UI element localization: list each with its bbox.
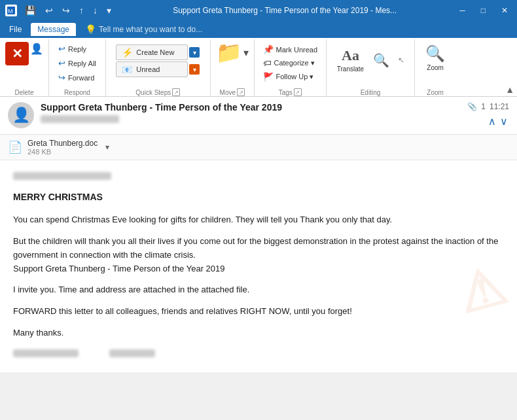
prev-email-button[interactable]: ∧ [487,114,497,129]
delete-group-content: ✕ 👤 [5,42,43,88]
categorize-label: Categorize ▾ [274,59,315,67]
attachment-size: 248 KB [27,148,98,156]
email-paragraph-2-text: But the children will thank you all thei… [13,236,498,260]
signature-blurred-2 [109,349,155,357]
email-paragraph-5: FORWARD this letter to all colleagues, f… [13,305,504,319]
reply-all-label: Reply All [68,60,96,67]
ribbon-group-zoom: 🔍 Zoom Zoom [415,39,455,96]
forward-label: Forward [68,74,94,82]
app-icon: M [5,5,17,16]
search-edit-icon: 🔍 [373,52,389,68]
email-area: 👤 Support Greta Thunberg - Time Person o… [0,97,517,372]
download-icon[interactable]: ↓ [90,4,100,17]
categorize-icon: 🏷 [263,58,272,68]
ribbon-group-move: 📁 ▾ Move ↗ [211,39,255,96]
upload-icon[interactable]: ↑ [77,4,86,17]
create-new-label: Create New [136,48,174,56]
move-dropdown-icon[interactable]: ▾ [243,46,249,59]
move-group-content: 📁 ▾ [216,42,249,87]
translate-icon: Aa [342,47,359,64]
ribbon-group-editing: Aa Translate 🔍 ↖ Editing [327,39,415,96]
customize-icon[interactable]: ▾ [104,4,114,17]
mark-unread-label: Mark Unread [276,46,318,54]
next-email-button[interactable]: ∨ [499,114,509,129]
follow-up-icon: 🚩 [263,72,274,82]
ribbon-group-quick-steps: ⚡ Create New ▾ 📧 Unread ▾ Quic [106,39,211,96]
respond-group-content: ↩ Reply ↩ Reply All ↪ Forward [54,42,100,88]
minimize-button[interactable]: ─ [455,5,469,16]
menu-file[interactable]: File [3,23,28,36]
attachment-file-icon: 📄 [8,140,22,154]
avatar: 👤 [8,102,34,128]
respond-buttons: ↩ Reply ↩ Reply All ↪ Forward [54,42,100,84]
quick-steps-launcher[interactable]: ↗ [172,88,180,96]
ribbon-group-delete: ✕ 👤 Delete [0,39,49,96]
lightning-icon: ⚡ [122,47,132,58]
move-launcher[interactable]: ↗ [237,88,245,96]
editing-area: Aa Translate 🔍 ↖ [332,42,409,75]
person-icon: 👤 [30,42,43,55]
email-paragraph-6: Many thanks. [13,326,504,340]
editing-group-content: Aa Translate 🔍 ↖ [332,42,409,88]
attachment-dropdown[interactable]: ▾ [103,141,112,153]
email-greeting: MERRY CHRISTMAS [13,190,504,204]
categorize-button[interactable]: 🏷 Categorize ▾ [260,57,321,69]
close-button[interactable]: ✕ [497,5,512,16]
zoom-group-content: 🔍 Zoom [420,42,450,88]
menu-message[interactable]: Message [31,23,76,36]
window-controls: ─ □ ✕ [455,5,512,16]
body-sender-blurred [13,172,111,180]
search-edit-button[interactable]: 🔍 [369,50,393,71]
sender-row [41,115,467,123]
zoom-button[interactable]: 🔍 Zoom [420,42,450,74]
tags-group-label: Tags ↗ [260,87,321,96]
translate-label: Translate [337,65,364,73]
cursor-icon: ↖ [395,54,408,67]
move-folder-icon[interactable]: 📁 [216,42,242,63]
quick-steps-content: ⚡ Create New ▾ 📧 Unread ▾ [113,42,202,87]
svg-text:M: M [8,8,13,14]
tell-me-icon: 💡 [85,24,96,35]
create-new-button[interactable]: ⚡ Create New [116,44,188,60]
follow-up-button[interactable]: 🚩 Follow Up ▾ [260,71,321,83]
forward-button[interactable]: ↪ Forward [54,71,100,84]
ribbon-collapse-button[interactable]: ▲ [503,83,517,96]
email-paragraph-4: I invite you. Time and address are attac… [13,283,504,297]
unread-button[interactable]: 📧 Unread [116,61,188,77]
signature-blurred [13,349,79,357]
attachment-row: 📄 Greta Thunberg.doc 248 KB ▾ [0,135,517,160]
tell-me-text[interactable]: Tell me what you want to do... [99,25,202,34]
redo-icon[interactable]: ↪ [60,4,73,17]
follow-up-label: Follow Up ▾ [276,73,314,81]
title-bar: M 💾 ↩ ↪ ↑ ↓ ▾ Support Greta Thunberg - T… [0,0,517,21]
save-icon[interactable]: 💾 [22,4,39,17]
undo-icon[interactable]: ↩ [43,4,56,17]
attachment-count: 1 [481,102,486,111]
reply-all-button[interactable]: ↩ Reply All [54,56,100,70]
translate-button[interactable]: Aa Translate [333,44,368,75]
unread-label: Unread [136,65,160,73]
sender-name-blurred [41,115,119,123]
quick-steps-dropdown[interactable]: ▾ [189,47,200,58]
unread-icon: 📧 [122,64,132,75]
delete-group-label: Delete [5,88,43,96]
follow-quick-step-btn[interactable]: ▾ [189,64,200,75]
delete-button[interactable]: ✕ [5,42,29,65]
tags-launcher[interactable]: ↗ [294,88,302,96]
email-paragraph-1: You can spend Christmas Eve looking for … [13,213,504,227]
reply-button[interactable]: ↩ Reply [54,42,100,56]
mark-unread-button[interactable]: 📌 Mark Unread [260,43,321,56]
attachment-name[interactable]: Greta Thunberg.doc [27,139,98,148]
maximize-button[interactable]: □ [477,5,490,16]
ribbon-group-tags: 📌 Mark Unread 🏷 Categorize ▾ 🚩 Follow Up… [255,39,327,96]
title-bar-left: M 💾 ↩ ↪ ↑ ↓ ▾ [5,4,114,17]
email-meta-right: 📎 1 11:21 ∧ ∨ [467,102,509,129]
email-time: 11:21 [490,102,509,111]
tell-me-input[interactable]: 💡 Tell me what you want to do... [79,22,209,37]
nav-arrows: ∧ ∨ [487,114,509,129]
ribbon-group-respond: ↩ Reply ↩ Reply All ↪ Forward Respond [49,39,106,96]
quick-steps-area: ⚡ Create New ▾ 📧 Unread ▾ [113,42,202,77]
respond-group-label: Respond [54,88,100,96]
reply-label: Reply [68,45,86,53]
forward-icon: ↪ [58,73,65,82]
